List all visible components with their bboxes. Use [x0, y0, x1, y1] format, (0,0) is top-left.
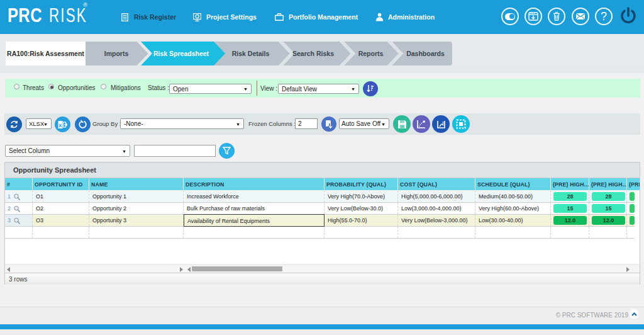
svg-text:x: x: [58, 122, 62, 128]
